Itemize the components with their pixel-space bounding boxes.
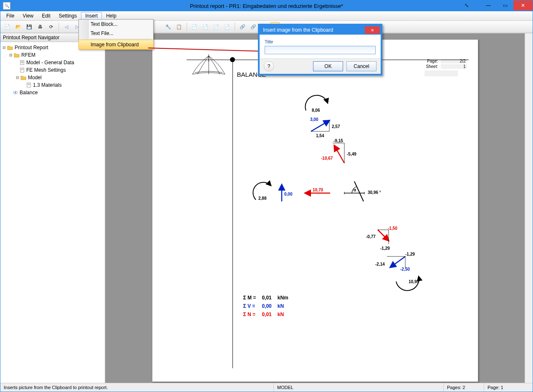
print-icon[interactable]: 🖶 (35, 22, 45, 31)
doc-icon[interactable]: 📋 (174, 22, 184, 31)
menu-text-file[interactable]: Text File... (79, 29, 153, 38)
document-icon (20, 60, 25, 65)
close-button[interactable]: ✕ (513, 0, 533, 10)
svg-text:8,06: 8,06 (312, 108, 320, 113)
status-hint: Inserts picture from the Clipboard to pr… (0, 383, 274, 392)
svg-text:2,57: 2,57 (332, 124, 340, 129)
dialog-close-button[interactable]: ✕ (365, 26, 380, 34)
save-icon[interactable]: 💾 (25, 22, 34, 31)
menu-view[interactable]: View (18, 12, 38, 20)
svg-text:2,88: 2,88 (258, 196, 267, 201)
open-icon[interactable]: 📂 (14, 22, 23, 31)
annotation-arrow (147, 42, 268, 55)
sum-table: Σ M =0,01kNm Σ V =0,00kN Σ N =0,01kN (240, 293, 292, 319)
svg-text:-5,49: -5,49 (347, 152, 356, 156)
main-window: 🔍 Printout report - PR1: Eingabedaten un… (0, 0, 533, 392)
prev-icon[interactable]: ◁ (62, 22, 71, 31)
svg-text:-2,50: -2,50 (400, 267, 410, 271)
cancel-button[interactable]: Cancel (346, 61, 376, 71)
folder-icon (7, 45, 13, 50)
svg-text:-0,77: -0,77 (366, 234, 376, 239)
menu-settings[interactable]: Settings (55, 12, 81, 20)
menu-edit[interactable]: Edit (38, 12, 55, 20)
window-title: Printout report - PR1: Eingabedaten und … (0, 3, 533, 9)
svg-text:10,70: 10,70 (313, 188, 323, 192)
doc4-icon[interactable]: 📄 (212, 22, 221, 31)
new-icon[interactable]: 📄 (3, 22, 12, 31)
help-button[interactable]: ? (264, 61, 274, 71)
menu-image-from-clipboard[interactable]: Image from Clipboard (78, 40, 154, 50)
svg-text:30,96 °: 30,96 ° (368, 190, 381, 195)
svg-text:-9,15: -9,15 (333, 138, 343, 143)
svg-line-41 (148, 48, 264, 51)
status-pages: Pages: 2 (444, 383, 484, 392)
eye-icon (13, 90, 18, 95)
status-model: MODEL (274, 383, 444, 392)
doc2-icon[interactable]: 📄 (190, 22, 199, 31)
menu-file[interactable]: File (2, 12, 18, 20)
link-icon[interactable]: 🔗 (238, 22, 247, 31)
refresh-icon[interactable]: ⟳ (46, 22, 56, 31)
insert-image-dialog: Insert image from the Clipboard ✕ Title … (258, 24, 382, 75)
titlebar: 🔍 Printout report - PR1: Eingabedaten un… (0, 0, 533, 11)
svg-text:1,54: 1,54 (316, 133, 324, 138)
dialog-titlebar: Insert image from the Clipboard ✕ (260, 25, 381, 35)
expand-icon[interactable]: ⤡ (458, 0, 475, 10)
svg-rect-4 (20, 68, 24, 72)
svg-rect-7 (27, 83, 31, 87)
title-label: Title (265, 39, 273, 44)
navigator-tree[interactable]: ⊟ Printout Report ⊟ RFEM Model - General… (0, 42, 105, 98)
dialog-title: Insert image from the Clipboard (263, 27, 333, 33)
svg-text:-2,14: -2,14 (375, 262, 385, 266)
svg-text:-1,29: -1,29 (380, 246, 390, 251)
svg-text:-10,67: -10,67 (321, 156, 333, 161)
tree-balance[interactable]: Balance (20, 90, 38, 95)
tree-model-general[interactable]: Model - General Data (26, 60, 74, 65)
maximize-button[interactable]: ▭ (497, 0, 513, 10)
tree-model[interactable]: Model (28, 75, 42, 80)
svg-point-11 (15, 92, 16, 93)
document-icon (20, 68, 25, 73)
doc3-icon[interactable]: 📄 (201, 22, 210, 31)
svg-text:10,93: 10,93 (409, 279, 419, 284)
menu-text-block[interactable]: Text Block... (79, 20, 153, 29)
ok-button[interactable]: OK (313, 61, 343, 71)
tree-rfem[interactable]: RFEM (21, 52, 35, 58)
balance-diagram: 8,06 3,00 1,54 2,57 -9,15 -10,67 -5,49 (152, 56, 478, 383)
tree-materials[interactable]: 1.3 Materials (33, 82, 62, 88)
title-input[interactable] (265, 46, 376, 54)
tree-fe-mesh[interactable]: FE Mesh Settings (26, 67, 66, 73)
document-icon (26, 83, 31, 88)
statusbar: Inserts picture from the Clipboard to pr… (0, 383, 533, 392)
doc5-icon[interactable]: 📄 (222, 22, 232, 31)
svg-text:-1,29: -1,29 (405, 252, 415, 256)
tool-icon[interactable]: 🔧 (164, 22, 173, 31)
svg-rect-0 (20, 60, 24, 65)
vertical-scrollbar[interactable] (525, 33, 533, 383)
folder-icon (20, 75, 26, 80)
folder-icon (14, 53, 20, 58)
svg-text:3,00: 3,00 (310, 117, 318, 122)
svg-text:α: α (354, 188, 356, 192)
svg-text:-1,50: -1,50 (388, 226, 397, 231)
navigator-panel: Printout Report Navigator ⊟ Printout Rep… (0, 33, 105, 383)
svg-line-13 (311, 121, 329, 131)
svg-text:0,00: 0,00 (284, 192, 293, 196)
minimize-button[interactable]: ― (480, 0, 497, 10)
insert-dropdown: Text Block... Text File... Image from Cl… (78, 19, 154, 50)
menu-help[interactable]: Help (102, 12, 121, 20)
menu-insert[interactable]: Insert (81, 12, 102, 20)
report-page: Page:2/2 Sheet:1 (152, 39, 478, 382)
link2-icon[interactable]: 🔗 (249, 22, 258, 31)
tree-root[interactable]: Printout Report (15, 45, 48, 50)
status-page: Page: 1 (484, 383, 533, 392)
svg-line-32 (378, 230, 389, 241)
svg-line-17 (334, 146, 344, 163)
content-area: Page:2/2 Sheet:1 (105, 33, 533, 383)
svg-line-36 (390, 256, 405, 267)
